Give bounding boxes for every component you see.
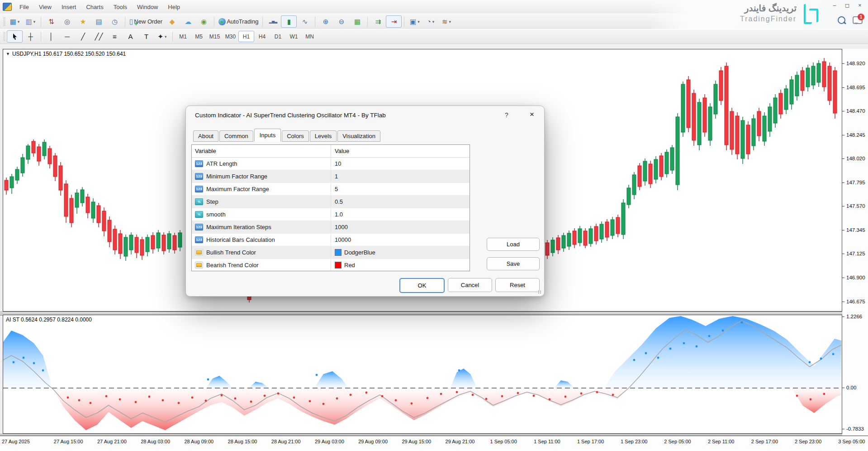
timeframe-mn[interactable]: MN (302, 31, 318, 42)
strategy-tester-button[interactable]: ◷ (107, 15, 123, 28)
candlestick-chart-button[interactable]: ▮ (281, 15, 297, 28)
parameter-value[interactable]: 5 (331, 183, 470, 195)
parameter-row[interactable]: 123ATR Length10 (192, 158, 470, 170)
timeframe-m5[interactable]: M5 (191, 31, 207, 42)
tab-inputs[interactable]: Inputs (254, 129, 281, 142)
chat-icon[interactable]: 1 (853, 16, 863, 24)
help-button[interactable]: ? (502, 111, 512, 119)
horizontal-line-button[interactable]: ─ (59, 30, 75, 43)
parameter-row[interactable]: 123Maximum Iteration Steps1000 (192, 221, 470, 234)
timeframe-w1[interactable]: W1 (286, 31, 302, 42)
cursor-button[interactable] (7, 30, 23, 43)
indicators-button[interactable]: ≋▾ (438, 15, 454, 28)
price-axis-label: 148.695 (842, 85, 865, 90)
dropdown-arrow-icon[interactable]: ▾ (33, 19, 36, 24)
menu-view[interactable]: View (34, 2, 57, 12)
menu-charts[interactable]: Charts (81, 2, 108, 12)
zoom-in-button[interactable]: ⊕ (318, 15, 333, 28)
save-button[interactable]: Save (487, 257, 540, 270)
ok-button[interactable]: OK (399, 278, 445, 293)
indicator-panel[interactable]: AI ST 0.5624 0.2957 0.8224 0.0000 (3, 315, 842, 434)
favorites-button[interactable]: ★ (75, 15, 91, 28)
menu-window[interactable]: Window (132, 2, 163, 12)
parameter-value[interactable]: 1 (331, 170, 470, 182)
navigator-button[interactable]: ◎ (59, 15, 75, 28)
parameter-value[interactable]: 10000 (331, 234, 470, 246)
autotrading-button[interactable]: ▶AutoTrading (217, 15, 260, 28)
close-button[interactable]: × (854, 1, 865, 10)
periods-button[interactable]: ◔▾ (422, 15, 438, 28)
parameter-value[interactable]: 1.0 (331, 208, 470, 221)
dropdown-arrow-icon[interactable]: ▾ (417, 19, 420, 24)
parameter-value[interactable]: Red (331, 259, 470, 271)
parameter-type-icon: 123 (195, 236, 203, 243)
arrows-button[interactable]: ✦▾ (154, 30, 170, 43)
parameter-row[interactable]: Bearish Trend ColorRed (192, 259, 470, 271)
parameter-row[interactable]: ½Step0.5 (192, 196, 470, 208)
tab-common[interactable]: Common (219, 130, 253, 142)
menu-insert[interactable]: Insert (57, 2, 81, 12)
parameter-row[interactable]: Bullish Trend ColorDodgerBlue (192, 246, 470, 259)
templates-button[interactable]: ▣▾ (407, 15, 422, 28)
restore-button[interactable]: ◻ (842, 1, 853, 10)
signals-button[interactable]: ◉ (196, 15, 212, 28)
dialog-close-icon[interactable]: × (526, 110, 538, 119)
tile-windows-button[interactable]: ▦ (349, 15, 365, 28)
new-chart-button[interactable]: ▦▾ (7, 15, 23, 28)
parameter-value[interactable]: DodgerBlue (331, 246, 470, 259)
fibonacci-button[interactable]: ≡ (107, 30, 123, 43)
timeframe-h4[interactable]: H4 (254, 31, 270, 42)
timeframe-h1[interactable]: H1 (238, 31, 254, 42)
trendline-button[interactable]: ╱ (75, 30, 91, 43)
channel-button[interactable]: ╱╱ (91, 30, 107, 43)
parameter-value[interactable]: 10 (331, 158, 470, 170)
text-button[interactable]: A (123, 30, 138, 43)
text-label-button[interactable]: T (138, 30, 154, 43)
tab-colors[interactable]: Colors (282, 130, 309, 142)
dropdown-arrow-icon[interactable]: ▾ (18, 19, 20, 24)
plus-icon: + (134, 20, 138, 27)
parameter-value[interactable]: 0.5 (331, 196, 470, 208)
cloud-button[interactable]: ☁ (180, 15, 196, 28)
parameter-value[interactable]: 1000 (331, 221, 470, 233)
search-icon[interactable] (838, 16, 845, 24)
profiles-button[interactable]: ▥▾ (23, 15, 38, 28)
crosshair-button[interactable]: ┼ (23, 30, 38, 43)
timeframe-d1[interactable]: D1 (270, 31, 286, 42)
parameter-row[interactable]: 123Minimum Factor Range1 (192, 170, 470, 183)
symbol-dropdown-icon[interactable]: ▼ (6, 52, 10, 56)
chart-shift-button[interactable]: ⇥ (386, 15, 402, 28)
timeframe-m1[interactable]: M1 (175, 31, 191, 42)
dropdown-arrow-icon[interactable]: ▾ (165, 34, 167, 39)
menu-help[interactable]: Help (163, 2, 185, 12)
tab-about[interactable]: About (193, 130, 218, 142)
tab-visualization[interactable]: Visualization (337, 130, 380, 142)
new-order-button[interactable]: ▯+New Order (128, 15, 164, 28)
tab-levels[interactable]: Levels (310, 130, 337, 142)
market-watch-button[interactable]: ⇅ (43, 15, 59, 28)
auto-scroll-button[interactable]: ⇉ (370, 15, 386, 28)
terminal-button[interactable]: ▤ (91, 15, 107, 28)
vertical-line-button[interactable]: │ (43, 30, 59, 43)
line-chart-button[interactable]: ∿ (297, 15, 313, 28)
dropdown-arrow-icon[interactable]: ▾ (449, 19, 451, 24)
dropdown-arrow-icon[interactable]: ▾ (432, 19, 435, 24)
timeframe-m30[interactable]: M30 (223, 31, 238, 42)
menu-tools[interactable]: Tools (109, 2, 132, 12)
menu-file[interactable]: File (14, 2, 34, 12)
drawing-timeframe-toolbar: ┼│─╱╱╱≡AT✦▾M1M5M15M30H1H4D1W1MN (0, 29, 868, 44)
market-button[interactable]: ◆ (164, 15, 180, 28)
toolbar-grip[interactable] (3, 17, 5, 26)
cancel-button[interactable]: Cancel (448, 278, 492, 292)
parameter-row[interactable]: 123Maximum Factor Range5 (192, 183, 470, 196)
minimize-button[interactable]: – (829, 1, 840, 10)
parameter-row[interactable]: 123Historical Bars Calculation10000 (192, 234, 470, 246)
toolbar-grip[interactable] (3, 32, 5, 41)
bar-chart-button[interactable]: ▂▅▃ (265, 15, 281, 28)
parameter-row[interactable]: ½smooth1.0 (192, 208, 470, 221)
reset-button[interactable]: Reset (495, 278, 540, 292)
load-button[interactable]: Load (487, 238, 540, 251)
timeframe-m15[interactable]: M15 (207, 31, 223, 42)
zoom-out-button[interactable]: ⊖ (333, 15, 349, 28)
resize-grip[interactable] (538, 290, 541, 294)
